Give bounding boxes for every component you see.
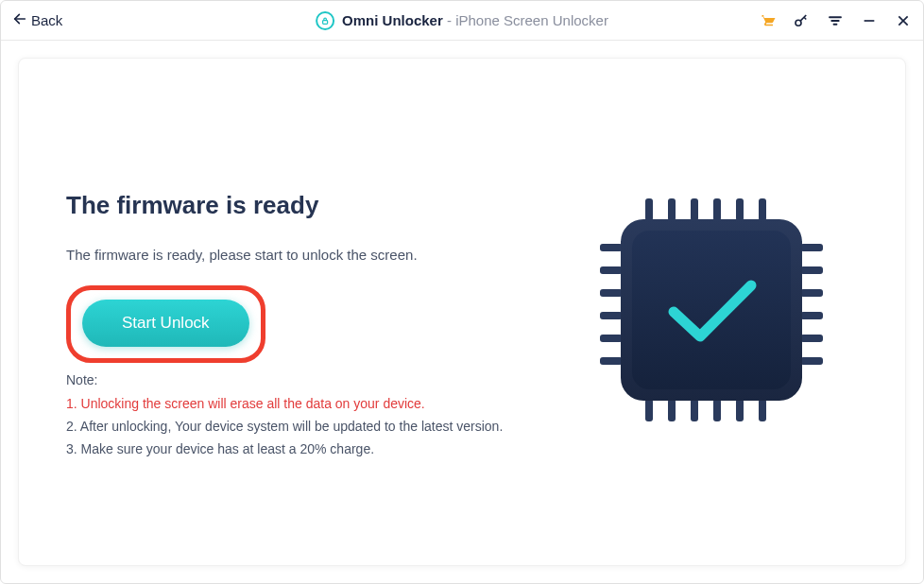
- svg-rect-28: [600, 357, 623, 365]
- cart-icon[interactable]: [759, 12, 776, 29]
- svg-rect-15: [736, 198, 744, 221]
- menu-lines-icon[interactable]: [827, 12, 844, 29]
- minimize-icon[interactable]: [861, 12, 878, 29]
- page-title: The firmware is ready: [66, 191, 546, 220]
- svg-rect-33: [800, 335, 823, 342]
- svg-rect-20: [713, 399, 721, 421]
- svg-rect-26: [600, 312, 623, 319]
- app-name: Omni Unlocker: [342, 12, 443, 28]
- svg-rect-29: [800, 244, 823, 251]
- app-subtitle: - iPhone Screen Unlocker: [443, 12, 608, 28]
- svg-rect-14: [713, 198, 721, 221]
- svg-rect-17: [645, 399, 653, 421]
- left-column: The firmware is ready The firmware is re…: [66, 96, 565, 527]
- highlight-annotation: Start Unlock: [66, 285, 265, 363]
- svg-rect-31: [800, 289, 823, 297]
- app-window: Back Omni Unlocker - iPhone Screen Unloc…: [0, 0, 924, 584]
- svg-line-4: [804, 17, 806, 19]
- svg-rect-22: [759, 399, 766, 421]
- main-card: The firmware is ready The firmware is re…: [18, 58, 906, 566]
- svg-rect-11: [645, 198, 653, 221]
- note-line-2: 2. After unlocking, Your device system w…: [66, 416, 546, 438]
- svg-rect-30: [800, 266, 823, 274]
- start-unlock-button[interactable]: Start Unlock: [82, 300, 249, 347]
- right-column: [565, 96, 858, 527]
- svg-rect-24: [600, 266, 623, 274]
- svg-rect-12: [668, 198, 676, 221]
- svg-rect-36: [632, 231, 791, 389]
- titlebar: Back Omni Unlocker - iPhone Screen Unloc…: [1, 1, 923, 41]
- page-subtext: The firmware is ready, please start to u…: [66, 247, 546, 263]
- svg-rect-19: [691, 399, 698, 421]
- svg-rect-25: [600, 289, 623, 297]
- svg-rect-23: [600, 244, 623, 251]
- svg-rect-1: [323, 20, 328, 24]
- chip-check-icon: [589, 187, 834, 437]
- titlebar-actions: [759, 12, 912, 29]
- back-arrow-icon: [12, 11, 27, 29]
- back-label: Back: [31, 12, 62, 28]
- close-icon[interactable]: [895, 12, 912, 29]
- key-icon[interactable]: [793, 12, 810, 29]
- svg-rect-27: [600, 335, 623, 342]
- svg-rect-18: [668, 399, 676, 421]
- svg-rect-34: [800, 357, 823, 365]
- note-line-3: 3. Make sure your device has at least a …: [66, 438, 546, 461]
- svg-rect-21: [736, 399, 744, 421]
- svg-rect-32: [800, 312, 823, 319]
- svg-rect-16: [759, 198, 766, 221]
- lock-circle-icon: [316, 11, 334, 30]
- note-line-1: 1. Unlocking the screen will erase all t…: [66, 393, 546, 416]
- content-area: The firmware is ready The firmware is re…: [1, 41, 923, 583]
- back-button[interactable]: Back: [12, 11, 62, 29]
- window-title: Omni Unlocker - iPhone Screen Unlocker: [316, 11, 608, 30]
- note-label: Note:: [66, 372, 546, 387]
- svg-rect-13: [691, 198, 698, 221]
